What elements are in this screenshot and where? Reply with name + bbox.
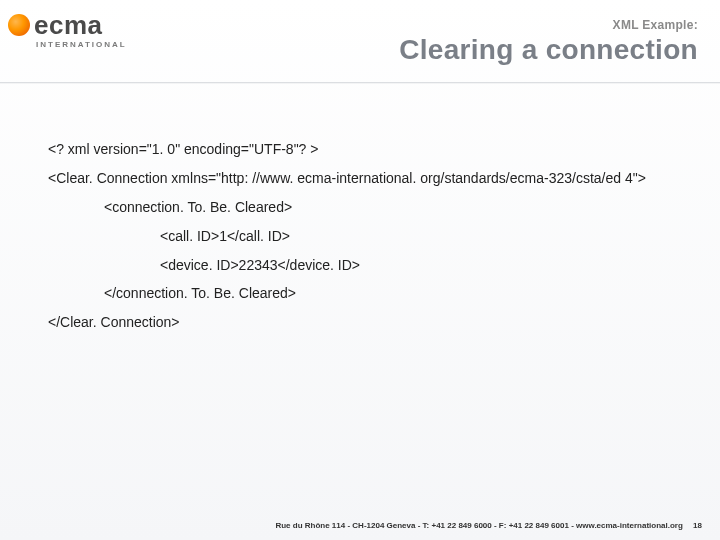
xml-line-5: <device. ID>22343</device. ID> (48, 256, 680, 275)
logo: ecma INTERNATIONAL (8, 12, 127, 49)
xml-line-2: <Clear. Connection xmlns="http: //www. e… (48, 169, 680, 188)
xml-line-3: <connection. To. Be. Cleared> (48, 198, 680, 217)
logo-text: ecma INTERNATIONAL (34, 12, 127, 49)
page-number: 18 (693, 521, 702, 530)
logo-dot-icon (8, 14, 30, 36)
xml-line-4: <call. ID>1</call. ID> (48, 227, 680, 246)
slide: ecma INTERNATIONAL XML Example: Clearing… (0, 0, 720, 540)
slide-content: <? xml version="1. 0" encoding="UTF-8"? … (48, 140, 680, 342)
xml-line-6: </connection. To. Be. Cleared> (48, 284, 680, 303)
xml-line-7: </Clear. Connection> (48, 313, 680, 332)
title-block: XML Example: Clearing a connection (399, 18, 698, 66)
footer-text: Rue du Rhône 114 - CH-1204 Geneva - T: +… (275, 521, 682, 530)
header-rule (0, 82, 720, 84)
logo-sub: INTERNATIONAL (36, 40, 127, 49)
slide-footer: Rue du Rhône 114 - CH-1204 Geneva - T: +… (0, 521, 720, 530)
slide-subtitle: XML Example: (399, 18, 698, 32)
slide-title: Clearing a connection (399, 34, 698, 66)
xml-line-1: <? xml version="1. 0" encoding="UTF-8"? … (48, 140, 680, 159)
logo-main: ecma (34, 12, 127, 38)
slide-header: ecma INTERNATIONAL XML Example: Clearing… (0, 0, 720, 78)
